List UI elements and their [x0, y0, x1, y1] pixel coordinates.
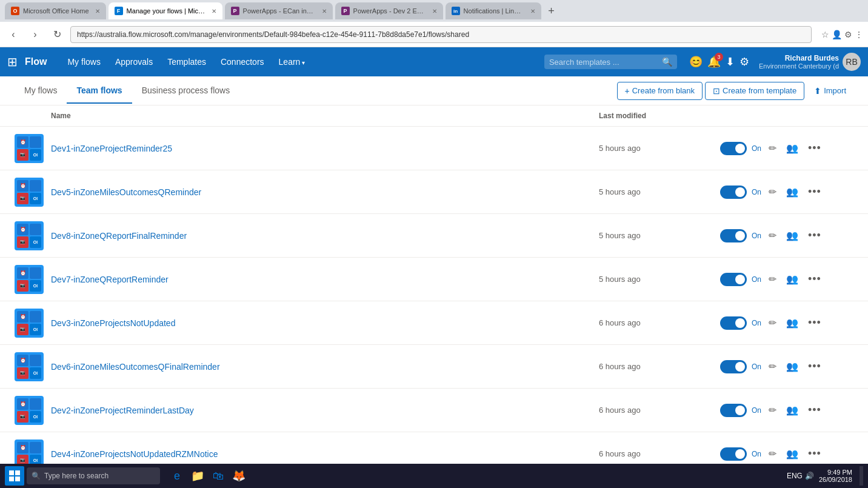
- more-icon-1[interactable]: •••: [806, 139, 824, 157]
- notifications-icon[interactable]: 🔔 3: [707, 55, 721, 69]
- table-header: Name Last modified: [0, 105, 868, 127]
- flow-icon-4: ⏰ 📷 Ol: [15, 265, 44, 294]
- more-icon-5[interactable]: •••: [806, 314, 824, 332]
- nav-my-flows[interactable]: My flows: [61, 53, 106, 70]
- address-bar-row: ‹ › ↻ https://australia.flow.microsoft.c…: [0, 22, 868, 47]
- share-icon-4[interactable]: 👥: [784, 271, 801, 287]
- tab-close-5[interactable]: ✕: [530, 8, 535, 15]
- edit-icon-5[interactable]: ✏: [766, 315, 779, 331]
- flow-toggle-6[interactable]: [720, 360, 747, 373]
- browser-tab-5[interactable]: in Notifications | LinkedIn ✕: [446, 2, 541, 19]
- browser-tab-4[interactable]: P PowerApps - Dev 2 ECAN inZon... ✕: [335, 2, 443, 19]
- share-icon-3[interactable]: 👥: [784, 227, 801, 244]
- emoji-icon[interactable]: 😊: [689, 55, 703, 69]
- flow-icon-cell-outlook2: Ol: [30, 280, 41, 292]
- nav-learn[interactable]: Learn: [273, 53, 312, 70]
- taskbar-firefox-icon[interactable]: 🦊: [229, 466, 249, 476]
- tab-close-1[interactable]: ✕: [95, 8, 100, 15]
- nav-connectors[interactable]: Connectors: [215, 53, 270, 70]
- nav-approvals[interactable]: Approvals: [109, 53, 159, 70]
- search-icon[interactable]: 🔍: [662, 57, 672, 67]
- browser-tab-2[interactable]: F Manage your flows | Microsoft Fl... ✕: [109, 2, 222, 19]
- flow-toggle-2[interactable]: [720, 186, 747, 199]
- search-input[interactable]: [549, 58, 658, 67]
- share-icon-6[interactable]: 👥: [784, 358, 801, 375]
- flow-toggle-3[interactable]: [720, 229, 747, 242]
- flow-name-8[interactable]: Dev4-inZoneProjectsNotUpdatedRZMNotice: [51, 449, 599, 459]
- tab-team-flows[interactable]: Team flows: [67, 78, 132, 104]
- reload-button[interactable]: ↻: [48, 26, 65, 43]
- more-icon-6[interactable]: •••: [806, 358, 824, 375]
- flow-name-7[interactable]: Dev2-inZoneProjectReminderLastDay: [51, 406, 599, 415]
- create-from-template-button[interactable]: ⊡ Create from template: [705, 82, 804, 100]
- taskbar-store-icon[interactable]: 🛍: [209, 466, 228, 476]
- tab-close-4[interactable]: ✕: [432, 8, 437, 15]
- share-icon-1[interactable]: 👥: [784, 140, 801, 156]
- toggle-thumb-2: [735, 187, 745, 197]
- share-icon-2[interactable]: 👥: [784, 184, 801, 200]
- taskbar-search[interactable]: 🔍 Type here to search: [27, 467, 160, 476]
- back-button[interactable]: ‹: [5, 26, 22, 43]
- flow-toggle-4[interactable]: [720, 273, 747, 286]
- search-container: 🔍: [544, 55, 677, 69]
- edit-icon-3[interactable]: ✏: [766, 227, 779, 244]
- nav-templates[interactable]: Templates: [161, 53, 212, 70]
- flow-toggle-5[interactable]: [720, 316, 747, 330]
- favorites-icon[interactable]: ☆: [821, 30, 829, 39]
- more-icon-4[interactable]: •••: [806, 270, 824, 288]
- edit-icon-2[interactable]: ✏: [766, 184, 779, 200]
- menu-icon[interactable]: ⋮: [855, 30, 863, 39]
- new-tab-button[interactable]: +: [544, 3, 559, 19]
- extensions-icon[interactable]: ⚙: [844, 30, 852, 39]
- flow-toggle-8[interactable]: [720, 447, 747, 461]
- flow-row-3: ⏰ 📷 Ol Dev8-inZoneQReportFinalReminder 5…: [0, 214, 868, 258]
- taskbar-edge-icon[interactable]: e: [167, 466, 187, 476]
- edit-icon-4[interactable]: ✏: [766, 271, 779, 287]
- profile-icon[interactable]: 👤: [832, 30, 842, 39]
- edit-icon-8[interactable]: ✏: [766, 446, 779, 462]
- user-env: Environment Canterbury (d: [759, 62, 839, 70]
- address-bar[interactable]: https://australia.flow.microsoft.com/man…: [70, 26, 812, 43]
- flow-icon-cell-outlook1: 📷: [17, 236, 28, 248]
- user-info[interactable]: Richard Burdes Environment Canterbury (d…: [759, 53, 861, 71]
- flow-toggle-1[interactable]: [720, 142, 747, 155]
- more-icon-2[interactable]: •••: [806, 183, 824, 201]
- flow-icon-cell-empty: [30, 355, 41, 367]
- share-icon-7[interactable]: 👥: [784, 402, 801, 418]
- edit-icon-7[interactable]: ✏: [766, 402, 779, 418]
- flow-name-2[interactable]: Dev5-inZoneMilesOutcomesQReminder: [51, 187, 599, 197]
- browser-tab-1[interactable]: O Microsoft Office Home ✕: [5, 2, 106, 19]
- topbar-icons: 😊 🔔 3 ⬇ ⚙: [689, 55, 749, 69]
- show-desktop-button[interactable]: [860, 466, 863, 476]
- more-icon-3[interactable]: •••: [806, 227, 824, 244]
- download-icon[interactable]: ⬇: [726, 55, 735, 69]
- more-icon-7[interactable]: •••: [806, 401, 824, 419]
- flow-name-6[interactable]: Dev6-inZoneMilesOutcomesQFinalReminder: [51, 362, 599, 372]
- flow-icon-2: ⏰ 📷 Ol: [15, 178, 44, 207]
- tab-close-2[interactable]: ✕: [212, 8, 216, 15]
- settings-icon[interactable]: ⚙: [739, 55, 749, 69]
- create-from-blank-button[interactable]: + Create from blank: [617, 82, 703, 100]
- browser-tab-3[interactable]: P PowerApps - ECan inZone - Trai... ✕: [225, 2, 333, 19]
- edit-icon-1[interactable]: ✏: [766, 140, 779, 156]
- tab-business-process-flows[interactable]: Business process flows: [132, 78, 240, 104]
- tab-my-flows[interactable]: My flows: [15, 78, 67, 104]
- flow-toggle-7[interactable]: [720, 404, 747, 417]
- forward-button[interactable]: ›: [27, 26, 44, 43]
- import-button[interactable]: ⬆ Import: [807, 82, 853, 99]
- start-button[interactable]: [5, 466, 24, 476]
- flow-name-4[interactable]: Dev7-inZoneQReportReminder: [51, 275, 599, 284]
- waffle-icon[interactable]: ⊞: [7, 55, 18, 69]
- more-icon-8[interactable]: •••: [806, 445, 824, 463]
- flow-name-5[interactable]: Dev3-inZoneProjectsNotUpdated: [51, 318, 599, 328]
- taskbar-lang: ENG: [787, 472, 803, 476]
- flow-name-3[interactable]: Dev8-inZoneQReportFinalReminder: [51, 231, 599, 241]
- flow-name-1[interactable]: Dev1-inZoneProjectReminder25: [51, 144, 599, 153]
- tab-close-3[interactable]: ✕: [322, 8, 327, 15]
- edit-icon-6[interactable]: ✏: [766, 358, 779, 375]
- share-icon-5[interactable]: 👥: [784, 315, 801, 331]
- taskbar-explorer-icon[interactable]: 📁: [188, 466, 207, 476]
- share-icon-8[interactable]: 👥: [784, 446, 801, 462]
- taskbar-time-text: 9:49 PM: [819, 469, 852, 476]
- flow-icon-cell-alarm: ⏰: [17, 442, 28, 454]
